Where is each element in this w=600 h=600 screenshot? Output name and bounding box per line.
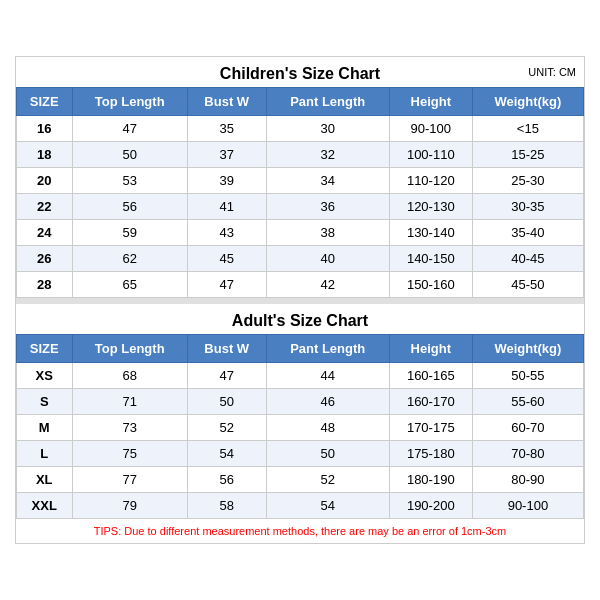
adults-table-cell: 60-70 — [472, 415, 583, 441]
adults-table-cell: 55-60 — [472, 389, 583, 415]
adults-col-pant-length: Pant Length — [266, 335, 389, 363]
children-table-cell: 110-120 — [389, 168, 472, 194]
adults-table-row: S715046160-17055-60 — [17, 389, 584, 415]
adults-table-row: XXL795854190-20090-100 — [17, 493, 584, 519]
adults-table-cell: 50-55 — [472, 363, 583, 389]
adults-col-weight: Weight(kg) — [472, 335, 583, 363]
children-table-cell: 36 — [266, 194, 389, 220]
children-table-cell: 65 — [72, 272, 187, 298]
adults-table-cell: 90-100 — [472, 493, 583, 519]
children-table-row: 1647353090-100<15 — [17, 116, 584, 142]
children-table-cell: 38 — [266, 220, 389, 246]
adults-header-row: SIZE Top Length Bust W Pant Length Heigh… — [17, 335, 584, 363]
children-table-cell: 62 — [72, 246, 187, 272]
adults-table-cell: 170-175 — [389, 415, 472, 441]
children-table-cell: 150-160 — [389, 272, 472, 298]
children-table-cell: 37 — [187, 142, 266, 168]
adults-table-cell: 54 — [187, 441, 266, 467]
children-table-cell: 40-45 — [472, 246, 583, 272]
children-table-cell: 43 — [187, 220, 266, 246]
children-table-cell: 18 — [17, 142, 73, 168]
children-section-title: Children's Size Chart UNIT: CM — [16, 57, 584, 87]
children-table-cell: 50 — [72, 142, 187, 168]
adults-table-cell: 77 — [72, 467, 187, 493]
children-table-row: 26624540140-15040-45 — [17, 246, 584, 272]
tips-text: TIPS: Due to different measurement metho… — [16, 519, 584, 543]
adults-table-cell: 175-180 — [389, 441, 472, 467]
children-table-cell: 15-25 — [472, 142, 583, 168]
children-table-cell: 120-130 — [389, 194, 472, 220]
children-table-cell: 35-40 — [472, 220, 583, 246]
children-header-row: SIZE Top Length Bust W Pant Length Heigh… — [17, 88, 584, 116]
children-table-cell: 25-30 — [472, 168, 583, 194]
adults-col-top-length: Top Length — [72, 335, 187, 363]
children-table-row: 24594338130-14035-40 — [17, 220, 584, 246]
children-col-height: Height — [389, 88, 472, 116]
children-table-cell: 140-150 — [389, 246, 472, 272]
adults-table-cell: 71 — [72, 389, 187, 415]
adults-col-bust-w: Bust W — [187, 335, 266, 363]
children-table-cell: 59 — [72, 220, 187, 246]
children-table-cell: 32 — [266, 142, 389, 168]
children-table-cell: 34 — [266, 168, 389, 194]
adults-table-cell: 73 — [72, 415, 187, 441]
adults-table-cell: 160-165 — [389, 363, 472, 389]
adults-table-cell: 80-90 — [472, 467, 583, 493]
children-table-cell: 39 — [187, 168, 266, 194]
adults-table-cell: 160-170 — [389, 389, 472, 415]
children-table-cell: 53 — [72, 168, 187, 194]
adults-table-cell: S — [17, 389, 73, 415]
adults-table-cell: 47 — [187, 363, 266, 389]
adults-table-cell: 56 — [187, 467, 266, 493]
adults-table-row: XL775652180-19080-90 — [17, 467, 584, 493]
children-table-cell: 47 — [187, 272, 266, 298]
children-table-cell: 45 — [187, 246, 266, 272]
adults-table-cell: 58 — [187, 493, 266, 519]
adults-table-row: XS684744160-16550-55 — [17, 363, 584, 389]
children-table-cell: 24 — [17, 220, 73, 246]
children-table-cell: 35 — [187, 116, 266, 142]
adults-table-cell: 50 — [266, 441, 389, 467]
adults-size-table: SIZE Top Length Bust W Pant Length Heigh… — [16, 334, 584, 519]
adults-table-cell: 75 — [72, 441, 187, 467]
children-table-cell: 30-35 — [472, 194, 583, 220]
children-table-cell: 42 — [266, 272, 389, 298]
children-table-cell: 41 — [187, 194, 266, 220]
children-size-table: SIZE Top Length Bust W Pant Length Heigh… — [16, 87, 584, 298]
adults-table-cell: 52 — [187, 415, 266, 441]
adults-table-cell: 70-80 — [472, 441, 583, 467]
adults-table-cell: 180-190 — [389, 467, 472, 493]
children-table-cell: 30 — [266, 116, 389, 142]
adults-table-cell: 190-200 — [389, 493, 472, 519]
adults-section-title: Adult's Size Chart — [16, 304, 584, 334]
children-col-pant-length: Pant Length — [266, 88, 389, 116]
adults-table-cell: 48 — [266, 415, 389, 441]
adults-table-cell: L — [17, 441, 73, 467]
children-table-cell: 16 — [17, 116, 73, 142]
adults-table-row: L755450175-18070-80 — [17, 441, 584, 467]
children-title-text: Children's Size Chart — [220, 65, 380, 82]
adults-table-cell: M — [17, 415, 73, 441]
children-table-row: 28654742150-16045-50 — [17, 272, 584, 298]
children-table-cell: 47 — [72, 116, 187, 142]
adults-col-size: SIZE — [17, 335, 73, 363]
children-col-top-length: Top Length — [72, 88, 187, 116]
adults-col-height: Height — [389, 335, 472, 363]
adults-title-text: Adult's Size Chart — [232, 312, 368, 329]
children-table-cell: 56 — [72, 194, 187, 220]
adults-table-cell: XXL — [17, 493, 73, 519]
children-table-cell: 40 — [266, 246, 389, 272]
children-table-cell: 45-50 — [472, 272, 583, 298]
size-chart-container: Children's Size Chart UNIT: CM SIZE Top … — [15, 56, 585, 544]
children-col-weight: Weight(kg) — [472, 88, 583, 116]
children-table-cell: <15 — [472, 116, 583, 142]
adults-table-cell: XS — [17, 363, 73, 389]
children-table-row: 18503732100-11015-25 — [17, 142, 584, 168]
children-table-cell: 20 — [17, 168, 73, 194]
children-unit-label: UNIT: CM — [528, 66, 576, 78]
children-table-cell: 100-110 — [389, 142, 472, 168]
adults-table-cell: 44 — [266, 363, 389, 389]
adults-table-cell: 68 — [72, 363, 187, 389]
adults-table-cell: 52 — [266, 467, 389, 493]
children-table-cell: 28 — [17, 272, 73, 298]
